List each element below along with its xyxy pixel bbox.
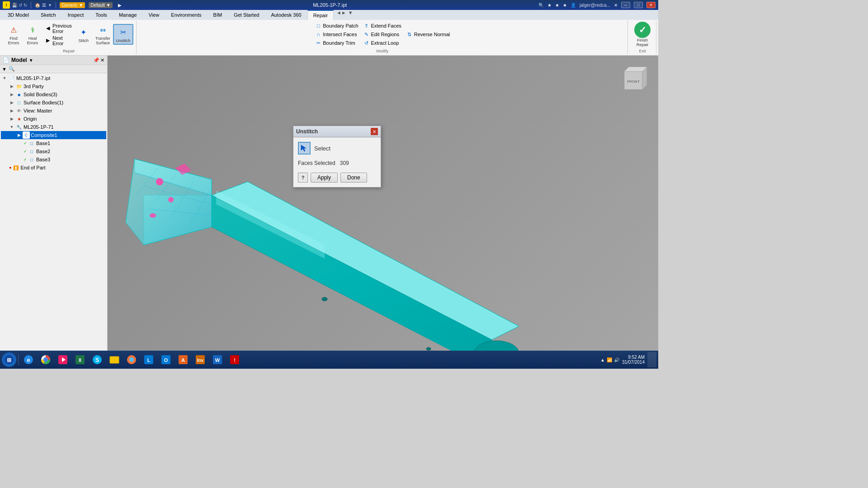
reverse-normal-icon: ⇅ — [406, 31, 413, 38]
tab-tools[interactable]: Tools — [90, 10, 113, 20]
unstitch-button[interactable]: ✂ Unstitch — [113, 24, 133, 45]
taskbar-skype[interactable]: S — [89, 352, 105, 367]
edit-regions-button[interactable]: ✎ Edit Regions — [361, 30, 403, 38]
ribbon-tab-bar: 3D Model Sketch Inspect Tools Manage Vie… — [0, 10, 658, 20]
tree-toggle-solidbodies[interactable]: ▶ — [9, 92, 14, 97]
modify-col2: ⇑ Extend Faces ✎ Edit Regions ↺ Extract … — [361, 22, 403, 47]
tab-getstarted[interactable]: Get Started — [228, 10, 265, 20]
tree-item-base1[interactable]: ✓ □ Base1 — [1, 139, 106, 147]
transfer-surface-button[interactable]: ⇔ TransferSurface — [94, 23, 112, 46]
clock-date: 31/07/2014 — [622, 360, 645, 365]
select-icon-button[interactable] — [298, 142, 311, 155]
extend-faces-button[interactable]: ⇑ Extend Faces — [361, 22, 403, 30]
tree-item-base2[interactable]: ✓ □ Base2 — [1, 147, 106, 155]
taskbar-firefox[interactable] — [123, 352, 140, 367]
taskbar-media[interactable] — [55, 352, 71, 367]
sidebar-close-icon[interactable]: ✕ — [100, 57, 104, 63]
sidebar-pin-icon[interactable]: 📌 — [93, 57, 99, 63]
tab-manage[interactable]: Manage — [113, 10, 143, 20]
tree-item-root[interactable]: ▼ 📄 ML205-1P-7.ipt — [1, 74, 106, 82]
tree-item-endofpart[interactable]: ● ⏫ End of Part — [1, 164, 106, 172]
intersect-faces-button[interactable]: ∩ Intersect Faces — [313, 30, 360, 38]
tab-autodesk360[interactable]: Autodesk 360 — [265, 10, 307, 20]
tree-toggle-root[interactable]: ▼ — [2, 75, 7, 81]
close-button[interactable]: ✕ — [646, 2, 656, 8]
tree-label-base1: Base1 — [36, 141, 50, 146]
taskbar-extra[interactable]: ! — [226, 352, 243, 367]
tree-item-3rdparty[interactable]: ▶ 📁 3rd Party — [1, 82, 106, 90]
taskbar-ie[interactable]: e — [20, 352, 37, 367]
sidebar-title-text: Model — [11, 57, 27, 63]
apply-button[interactable]: Apply — [311, 173, 338, 183]
dialog-title: Unstitch — [296, 128, 318, 135]
taskbar-autodesk[interactable]: A — [175, 352, 191, 367]
boundary-trim-button[interactable]: ✂ Boundary Trim — [313, 39, 360, 47]
find-errors-button[interactable]: ⚠ FindErrors — [5, 23, 23, 46]
minimize-button[interactable]: ─ — [621, 2, 630, 8]
sidebar-header: 📄 Model ▼ 📌 ✕ — [0, 56, 107, 65]
reverse-normal-label: Reverse Normal — [414, 32, 450, 37]
search-icon[interactable]: 🔍 — [9, 66, 15, 72]
reverse-normal-button[interactable]: ⇅ Reverse Normal — [404, 30, 452, 38]
taskbar-explorer[interactable] — [106, 352, 123, 367]
tab-sketch[interactable]: Sketch — [35, 10, 62, 20]
tree-item-origin[interactable]: ▶ ★ Origin — [1, 115, 106, 123]
model-dropdown[interactable]: ▼ — [29, 58, 33, 63]
start-button[interactable]: ⊞ — [2, 352, 16, 367]
maximize-button[interactable]: □ — [634, 2, 643, 8]
tree-item-ml205[interactable]: ▼ 🔧 ML205-1P-71 — [1, 123, 106, 131]
ribbon-content: ⚠ FindErrors ⚕ HealErrors ◀ PreviousErro… — [0, 20, 658, 55]
taskbar-lync[interactable]: L — [141, 352, 157, 367]
clock-time: 9:52 AM — [622, 355, 645, 360]
tree-label-base2: Base2 — [36, 149, 50, 154]
done-button[interactable]: Done — [340, 173, 367, 183]
svg-point-43 — [43, 357, 48, 362]
finish-repair-button[interactable]: ✓ FinishRepair — [632, 21, 653, 48]
taskbar-chrome[interactable] — [38, 352, 54, 367]
tree-item-solidbodies[interactable]: ▶ ■ Solid Bodies(3) — [1, 90, 106, 99]
tree-item-surfacebodies[interactable]: ▶ □ Surface Bodies(1) — [1, 99, 106, 107]
search-box[interactable]: 🔍 — [538, 3, 544, 8]
tree-item-viewmaster[interactable]: ▶ 👁 View: Master — [1, 107, 106, 115]
tab-environments[interactable]: Environments — [165, 10, 207, 20]
taskbar-clock[interactable]: 9:52 AM 31/07/2014 — [622, 355, 646, 365]
help-button[interactable]: ? — [298, 173, 308, 183]
tree-toggle-ml205[interactable]: ▼ — [9, 124, 14, 130]
tree-toggle-viewmaster[interactable]: ▶ — [9, 108, 14, 113]
base2-icon: □ — [28, 148, 35, 155]
svg-point-10 — [150, 213, 156, 218]
dialog-close-button[interactable]: ✕ — [371, 128, 378, 135]
stitch-button[interactable]: ✦ Stitch — [75, 25, 93, 44]
tree-toggle-3rdparty[interactable]: ▶ — [9, 84, 14, 89]
extract-loop-button[interactable]: ↺ Extract Loop — [361, 39, 403, 47]
taskbar-word[interactable]: W — [209, 352, 226, 367]
taskbar-excel[interactable]: X — [72, 352, 88, 367]
viewport[interactable]: X Y Z FRONT — [108, 56, 658, 369]
filter-icon[interactable]: ▼ — [2, 66, 7, 72]
boundary-patch-button[interactable]: □ Boundary Patch — [313, 22, 360, 30]
model-icon: 📄 — [3, 57, 9, 63]
show-desktop-button[interactable] — [647, 352, 656, 367]
tree-toggle-origin[interactable]: ▶ — [9, 116, 14, 122]
tree-toggle-composite1[interactable]: ▶ — [16, 132, 22, 138]
navigation-cube[interactable]: FRONT — [615, 62, 651, 99]
tree-item-base3[interactable]: ✓ □ Base3 — [1, 155, 106, 164]
tree-item-composite1[interactable]: ▶ C Composite1 — [1, 131, 106, 139]
next-error-button[interactable]: ▶ NextError — [42, 35, 74, 47]
heal-errors-button[interactable]: ⚕ HealErrors — [24, 23, 42, 46]
origin-icon: ★ — [15, 115, 23, 122]
tab-view[interactable]: View — [143, 10, 165, 20]
tab-inspect[interactable]: Inspect — [62, 10, 90, 20]
tray-audio-icon[interactable]: 🔊 — [614, 357, 619, 362]
tab-repair[interactable]: Repair — [307, 10, 334, 20]
main-area: 📄 Model ▼ 📌 ✕ ▼ 🔍 ▼ 📄 ML205-1P-7.ipt ▶ — [0, 56, 658, 369]
tab-bim[interactable]: BIM — [208, 10, 228, 20]
tree-toggle-surfacebodies[interactable]: ▶ — [9, 100, 14, 105]
finish-check-icon: ✓ — [634, 22, 651, 38]
previous-error-button[interactable]: ◀ PreviousError — [42, 23, 74, 34]
taskbar-outlook[interactable]: O — [158, 352, 174, 367]
taskbar-inventor[interactable]: Inv — [192, 352, 208, 367]
svg-text:⊞: ⊞ — [7, 357, 11, 363]
tray-arrow-icon[interactable]: ▲ — [600, 357, 605, 362]
tab-3dmodel[interactable]: 3D Model — [2, 10, 35, 20]
